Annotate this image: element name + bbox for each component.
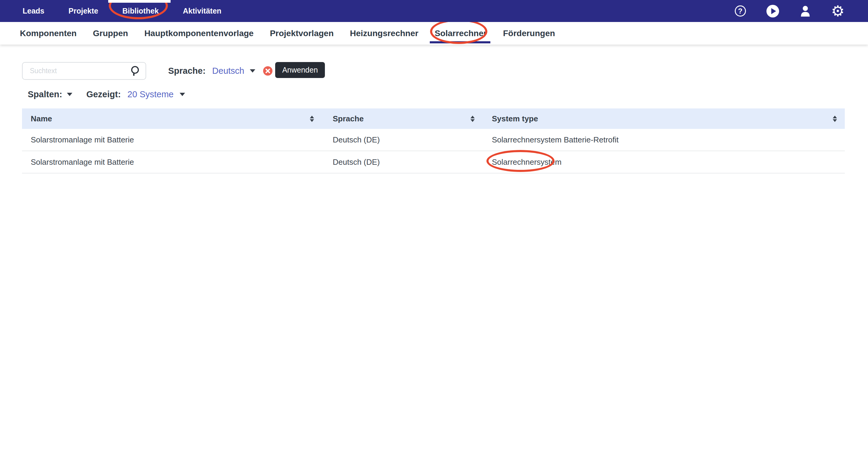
column-header-name-label: Name [31,114,52,124]
language-chevron-down-icon[interactable] [250,69,255,73]
cell-sprache: Deutsch (DE) [329,129,486,150]
cell-sprache: Deutsch (DE) [329,151,486,173]
apply-button[interactable]: Anwenden [275,62,325,78]
language-filter: Sprache: Deutsch [168,62,273,80]
help-question-glyph: ? [735,5,746,16]
column-header-sprache[interactable]: Sprache [329,108,486,129]
top-navbar: Leads Projekte Bibliothek Aktivitäten ? … [0,0,868,22]
play-tutorial-icon[interactable] [766,4,779,18]
cell-name: Solarstromanlage mit Batterie [22,151,329,173]
nav-item-projekte[interactable]: Projekte [68,0,98,22]
tab-gruppen[interactable]: Gruppen [93,22,128,44]
cell-name: Solarstromanlage mit Batterie [22,129,329,150]
clear-language-icon[interactable] [263,66,273,76]
systems-table: Name Sprache System type Solarstromanlag… [22,108,845,173]
tab-foerderungen[interactable]: Förderungen [503,22,555,44]
column-header-system-type[interactable]: System type [486,108,845,129]
play-circle [767,5,779,18]
nav-item-leads[interactable]: Leads [23,0,44,22]
column-header-sprache-label: Sprache [333,114,364,124]
user-icon[interactable] [799,4,812,18]
nav-item-aktivitaeten[interactable]: Aktivitäten [183,0,221,22]
help-icon[interactable]: ? [734,4,747,18]
table-row[interactable]: Solarstromanlage mit Batterie Deutsch (D… [22,151,845,173]
play-triangle [771,8,776,14]
nav-item-bibliothek-label: Bibliothek [122,7,159,15]
sort-icon[interactable] [470,116,475,122]
column-header-name[interactable]: Name [22,108,329,129]
gear-glyph: ⚙ [831,4,845,18]
columns-label: Spalten: [28,90,62,99]
tab-solarrechner-label: Solarrechner [435,29,487,38]
search-icon[interactable] [129,65,141,77]
sort-icon[interactable] [310,116,314,122]
shown-chevron-down-icon[interactable] [180,93,185,96]
cell-system-type: Solarrechnersystem Batterie-Retrofit [486,129,845,150]
sort-icon[interactable] [833,116,837,122]
settings-gear-icon[interactable]: ⚙ [831,4,844,18]
active-tab-underline [430,41,490,43]
tab-heizungsrechner[interactable]: Heizungsrechner [350,22,418,44]
shown-label: Gezeigt: [86,90,121,99]
search-input[interactable] [22,62,146,80]
tab-solarrechner[interactable]: Solarrechner [435,22,487,44]
nav-item-bibliothek[interactable]: Bibliothek [122,0,159,22]
language-dropdown-value[interactable]: Deutsch [212,66,244,76]
tab-projektvorlagen[interactable]: Projektvorlagen [270,22,334,44]
tab-hauptkomponentenvorlage[interactable]: Hauptkomponentenvorlage [144,22,253,44]
library-tabbar: Komponenten Gruppen Hauptkomponentenvorl… [0,22,868,44]
cell-system-type: Solarrechnersystem [486,151,845,173]
table-header-row: Name Sprache System type [22,108,845,129]
annotation-white-strip [108,0,170,3]
shown-dropdown-value[interactable]: 20 Systeme [127,90,174,99]
columns-chevron-down-icon[interactable] [67,93,72,96]
search-box [22,62,146,80]
language-label: Sprache: [168,66,206,76]
column-header-system-type-label: System type [492,114,538,124]
tab-komponenten[interactable]: Komponenten [20,22,76,44]
user-silhouette [799,5,812,18]
table-controls-row: Spalten: Gezeigt: 20 Systeme [28,87,185,102]
navbar-icon-group: ? ⚙ [734,0,844,22]
clear-x-glyph [266,69,270,73]
table-row[interactable]: Solarstromanlage mit Batterie Deutsch (D… [22,129,845,151]
